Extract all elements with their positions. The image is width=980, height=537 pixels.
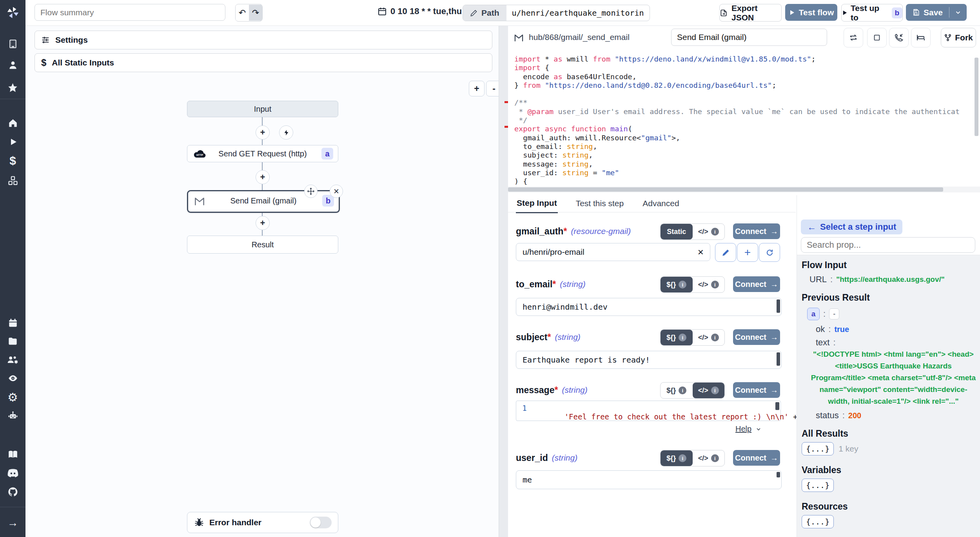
code-vscrollbar[interactable] [975,58,978,136]
folders-icon[interactable] [0,335,25,347]
flow-node-input[interactable]: Input [187,101,338,117]
delete-step-icon[interactable]: × [330,185,343,198]
schedule-summary[interactable]: 0 10 18 * * tue,thu [377,6,462,16]
save-dropdown-chevron[interactable] [949,9,967,16]
error-handler-node[interactable]: Error handler [187,512,338,533]
collapse-arrow-icon[interactable]: → [0,517,25,529]
test-flow-button[interactable]: Test flow [785,4,837,21]
bed-diff-icon[interactable] [911,28,931,47]
refresh-resource-button[interactable] [759,243,780,262]
mode-static[interactable]: Static [661,224,693,239]
flow-path-value[interactable]: u/henri/earthquake_monitorin [506,8,650,18]
redo-icon[interactable]: ↷ [249,5,262,21]
search-prop-input[interactable] [801,237,975,253]
add-step-button[interactable]: + [256,170,270,184]
windmill-logo[interactable] [0,5,25,20]
edit-path-button[interactable]: Path [463,5,506,21]
flow-node-get-request[interactable]: HTTP Send GET Request (http) a [187,145,338,162]
flow-settings-row[interactable]: Settings [34,31,492,49]
subject-input[interactable]: Earthquake report is ready! [516,351,782,369]
clear-resource-icon[interactable]: × [698,246,704,258]
tab-test-this-step[interactable]: Test this step [575,195,625,212]
add-resource-button[interactable]: + [737,243,758,262]
export-json-button[interactable]: Export JSON [719,4,782,22]
docs-book-icon[interactable] [0,448,25,461]
save-button[interactable]: Save [906,8,949,17]
add-step-button[interactable]: + [256,216,270,230]
fork-button[interactable]: Fork [941,28,976,47]
user-icon[interactable] [0,59,25,71]
move-step-icon[interactable] [304,185,318,198]
tab-step-input[interactable]: Step Input [516,194,558,213]
panel-splitter[interactable] [499,25,509,537]
groups-icon[interactable] [0,354,25,366]
hub-script-link[interactable]: hub/868/gmail/_send_email [514,33,630,42]
collapse-node-button[interactable]: - [829,308,839,319]
help-link[interactable]: Help [735,425,762,434]
edit-resource-button[interactable] [715,243,736,262]
undo-icon[interactable]: ↶ [236,5,249,21]
resources-object-button[interactable]: {...} [802,515,834,528]
schedules-icon[interactable] [0,317,25,329]
all-static-inputs-row[interactable]: $ All Static Inputs [34,53,492,72]
trigger-bolt-button[interactable] [279,125,293,140]
mode-javascript[interactable]: </>i [693,450,725,466]
audit-eye-icon[interactable] [0,372,25,385]
prop-text-value[interactable]: "<!DOCTYPE html> <html lang="en"> <head>… [809,348,977,407]
subject-value: Earthquake report is ready! [523,355,650,365]
mode-template[interactable]: ${}i [661,330,693,345]
user-id-input[interactable]: me [516,470,782,489]
prop-url-value[interactable]: "https://earthquake.usgs.gov/" [836,275,945,284]
prop-text-key[interactable]: text [816,337,829,348]
mode-javascript[interactable]: </>i [693,330,725,345]
robot-icon[interactable] [0,409,25,422]
home-icon[interactable] [0,117,25,129]
star-icon[interactable] [0,81,25,94]
connect-button[interactable]: Connect→ [733,223,780,239]
inspector-tree: Flow Input URL : "https://earthquake.usg… [797,255,980,537]
discord-icon[interactable] [0,467,25,479]
variables-object-button[interactable]: {...} [802,479,834,492]
resources-icon[interactable] [0,174,25,187]
prop-ok-value[interactable]: true [834,325,849,334]
reload-sync-icon[interactable] [844,28,863,47]
zoom-in-button[interactable]: + [469,81,485,96]
message-code-editor[interactable]: 1 'Feel free to check out the latest rep… [516,401,781,421]
tab-advanced[interactable]: Advanced [642,195,680,212]
error-handler-toggle[interactable] [310,517,332,528]
runs-icon[interactable] [0,136,25,148]
select-step-input-button[interactable]: ← Select a step input [801,220,902,234]
resource-picker-input[interactable]: u/henri/pro-email × [516,243,710,261]
mode-template[interactable]: ${}i [661,383,693,398]
connect-button[interactable]: Connect→ [733,382,780,398]
prop-ok-key[interactable]: ok [816,324,825,334]
connect-button[interactable]: Connect→ [733,276,780,292]
step-a-result-badge[interactable]: a [807,308,820,320]
connect-button[interactable]: Connect→ [733,329,780,345]
flow-node-result[interactable]: Result [187,236,338,254]
step-summary-input[interactable] [671,29,827,46]
code-hscrollbar-thumb[interactable] [508,187,943,192]
prop-url-key[interactable]: URL [809,274,827,285]
prop-status-key[interactable]: status [816,410,839,421]
code-editor[interactable]: import * as wmill from "https://deno.lan… [508,53,980,192]
test-up-to-button[interactable]: Test up to b [841,4,903,22]
box-isolate-icon[interactable] [867,28,887,47]
github-icon[interactable] [0,486,25,498]
settings-gear-icon[interactable]: ⚙ [0,390,25,404]
all-results-object-button[interactable]: {...} [802,442,834,455]
to-email-input[interactable]: henri@windmill.dev [516,298,782,316]
flow-summary-input[interactable] [34,4,225,21]
connect-button[interactable]: Connect→ [733,450,780,466]
mode-javascript[interactable]: </>i [693,224,725,239]
mode-template[interactable]: ${}i [661,450,693,466]
prop-status-value[interactable]: 200 [848,411,861,420]
phone-incoming-icon[interactable] [889,28,909,47]
mode-javascript[interactable]: </>i [693,383,725,398]
mode-javascript[interactable]: </>i [693,277,725,292]
code-hscrollbar-track[interactable] [508,187,980,192]
workspace-icon[interactable] [0,38,25,50]
mode-template[interactable]: ${}i [661,277,693,292]
add-step-button[interactable]: + [256,125,270,140]
variables-icon[interactable]: $ [0,154,25,167]
